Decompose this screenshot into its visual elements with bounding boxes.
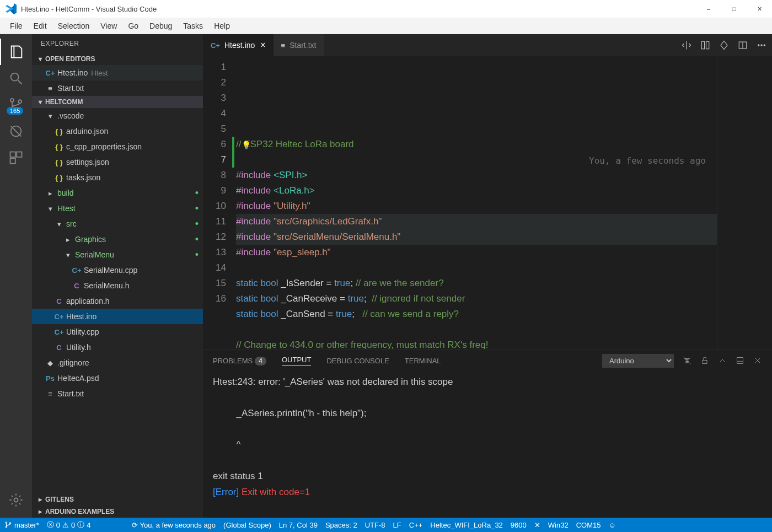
- tree-item[interactable]: Capplication.h: [32, 293, 203, 309]
- tab-htest[interactable]: C+ Htest.ino ×: [203, 34, 274, 56]
- status-problems[interactable]: ⓧ 0 ⚠ 0 ⓘ 4: [47, 520, 91, 530]
- branch-icon: [4, 521, 12, 529]
- svg-rect-6: [17, 152, 22, 157]
- open-editor-item[interactable]: ≡ Start.txt: [32, 80, 203, 96]
- svg-point-3: [18, 100, 22, 103]
- chevron-down-icon: ▾: [39, 55, 45, 63]
- tree-item[interactable]: { }c_cpp_properties.json: [32, 139, 203, 154]
- tree-item[interactable]: ◆.gitignore: [32, 355, 203, 370]
- status-branch[interactable]: master*: [4, 521, 39, 529]
- minimize-button[interactable]: –: [696, 0, 721, 18]
- status-baud[interactable]: 9600: [511, 521, 527, 529]
- status-blame[interactable]: ⟳ You, a few seconds ago: [132, 521, 216, 529]
- lock-icon[interactable]: [700, 356, 709, 365]
- status-board[interactable]: Heltec_WIFI_LoRa_32: [430, 521, 503, 529]
- menu-file[interactable]: File: [4, 19, 28, 33]
- tree-item[interactable]: ▾SerialMenu•: [32, 247, 203, 262]
- lightbulb-icon[interactable]: 💡: [242, 137, 251, 153]
- text-icon: ≡: [281, 41, 286, 50]
- output-channel-select[interactable]: Arduino: [602, 354, 674, 368]
- menu-go[interactable]: Go: [122, 19, 144, 33]
- search-icon: [8, 71, 24, 86]
- menu-selection[interactable]: Selection: [52, 19, 95, 33]
- maximize-panel-icon[interactable]: [736, 356, 744, 365]
- status-port[interactable]: COM15: [576, 521, 601, 529]
- maximize-button[interactable]: □: [721, 0, 747, 18]
- status-close[interactable]: ✕: [534, 521, 540, 529]
- chevron-up-icon[interactable]: [718, 356, 727, 365]
- tree-item-label: .vscode: [57, 111, 84, 120]
- window-controls: – □ ✕: [696, 0, 772, 18]
- git-icon: ◆: [45, 359, 55, 367]
- tree-item[interactable]: C+Htest.ino: [32, 309, 203, 324]
- cpp-icon: C+: [211, 41, 220, 50]
- clear-icon[interactable]: [683, 356, 691, 365]
- gear-icon: [8, 492, 24, 508]
- svg-point-12: [758, 45, 759, 46]
- tree-item[interactable]: CSerialMenu.h: [32, 278, 203, 293]
- menu-tasks[interactable]: Tasks: [178, 19, 208, 33]
- editor-area: C+ Htest.ino × ≡ Start.txt 1234567891011…: [203, 34, 772, 518]
- menu-view[interactable]: View: [95, 19, 122, 33]
- codelens-blame[interactable]: You, a few seconds ago: [589, 153, 706, 169]
- status-eol[interactable]: LF: [393, 521, 401, 529]
- status-encoding[interactable]: UTF-8: [365, 521, 385, 529]
- section-arduino-examples[interactable]: ▸ARDUINO EXAMPLES: [32, 506, 203, 518]
- menu-debug[interactable]: Debug: [144, 19, 178, 33]
- close-button[interactable]: ✕: [747, 0, 772, 18]
- activity-explorer[interactable]: [0, 39, 32, 65]
- tree-item[interactable]: { }arduino.json: [32, 123, 203, 139]
- tree-item[interactable]: ▸Graphics•: [32, 232, 203, 247]
- tree-item[interactable]: ▾src•: [32, 216, 203, 232]
- code-editor[interactable]: 12345678910111213141516 💡 You, a few sec…: [203, 56, 772, 349]
- tab-output[interactable]: OUTPUT: [282, 356, 311, 366]
- activity-search[interactable]: [0, 65, 32, 92]
- tree-item[interactable]: C+Utility.cpp: [32, 324, 203, 340]
- tab-problems[interactable]: PROBLEMS4: [213, 357, 266, 365]
- nav-icon[interactable]: [719, 40, 729, 50]
- menu-edit[interactable]: Edit: [28, 19, 52, 33]
- diff-icon[interactable]: [700, 40, 710, 50]
- editor-actions: [682, 34, 772, 56]
- activity-extensions[interactable]: [0, 144, 32, 171]
- section-project[interactable]: ▾HELTCOMM: [32, 96, 203, 108]
- close-panel-icon[interactable]: [753, 356, 762, 365]
- open-editor-item[interactable]: C+ Htest.ino Htest: [32, 65, 203, 80]
- tree-item[interactable]: PsHeltecA.psd: [32, 370, 203, 386]
- status-feedback[interactable]: ☺: [608, 521, 615, 529]
- section-gitlens[interactable]: ▸GITLENS: [32, 493, 203, 506]
- status-platform[interactable]: Win32: [548, 521, 569, 529]
- output-body[interactable]: Htest:243: error: '_ASeries' was not dec…: [203, 372, 772, 518]
- tree-item-label: .gitignore: [57, 358, 89, 367]
- json-icon: { }: [54, 143, 64, 151]
- tree-item[interactable]: ≡Start.txt: [32, 386, 203, 401]
- tree-item[interactable]: ▾.vscode: [32, 108, 203, 123]
- tree-item[interactable]: C+SerialMenu.cpp: [32, 262, 203, 278]
- activity-debug[interactable]: [0, 118, 32, 144]
- tree-item[interactable]: CUtility.h: [32, 340, 203, 355]
- code-line: // ESP32 Heltec LoRa board: [236, 137, 717, 152]
- minimap[interactable]: [717, 56, 772, 349]
- menu-help[interactable]: Help: [208, 19, 235, 33]
- tree-item[interactable]: ▸build•: [32, 185, 203, 201]
- activity-scm[interactable]: 165: [0, 92, 32, 118]
- tab-start[interactable]: ≡ Start.txt: [274, 34, 324, 56]
- section-open-editors[interactable]: ▾OPEN EDITORS: [32, 53, 203, 65]
- status-indent[interactable]: Spaces: 2: [325, 521, 357, 529]
- close-icon[interactable]: ×: [260, 40, 265, 50]
- status-lang[interactable]: C++: [409, 521, 423, 529]
- split-icon[interactable]: [738, 40, 748, 50]
- tab-debug-console[interactable]: DEBUG CONSOLE: [326, 357, 389, 365]
- status-scope[interactable]: (Global Scope): [223, 521, 271, 529]
- code-content[interactable]: 💡 You, a few seconds ago // ESP32 Heltec…: [236, 56, 717, 349]
- compare-icon[interactable]: [682, 40, 691, 50]
- tree-item[interactable]: { }tasks.json: [32, 170, 203, 185]
- status-cursor[interactable]: Ln 7, Col 39: [279, 521, 318, 529]
- svg-point-0: [11, 73, 19, 81]
- c-icon: C: [54, 297, 64, 305]
- tree-item[interactable]: ▾Htest•: [32, 201, 203, 216]
- tree-item[interactable]: { }settings.json: [32, 154, 203, 170]
- activity-settings[interactable]: [0, 487, 32, 513]
- tab-terminal[interactable]: TERMINAL: [405, 357, 441, 365]
- more-icon[interactable]: [757, 40, 766, 50]
